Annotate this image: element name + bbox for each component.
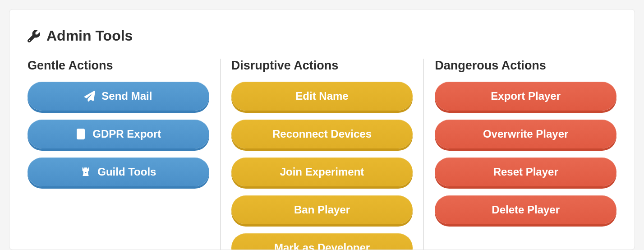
mark-as-developer-label: Mark as Developer — [274, 241, 370, 250]
wrench-icon — [28, 30, 40, 42]
overwrite-player-label: Overwrite Player — [483, 128, 568, 140]
dangerous-actions-column: Dangerous Actions Export Player Overwrit… — [424, 59, 616, 250]
delete-player-button[interactable]: Delete Player — [435, 195, 616, 224]
edit-name-button[interactable]: Edit Name — [231, 82, 413, 111]
mark-as-developer-button[interactable]: Mark as Developer — [231, 233, 413, 250]
gentle-actions-title: Gentle Actions — [28, 59, 209, 73]
disruptive-actions-column: Disruptive Actions Edit Name Reconnect D… — [221, 59, 424, 250]
delete-player-label: Delete Player — [492, 204, 560, 216]
reconnect-devices-button[interactable]: Reconnect Devices — [231, 120, 413, 148]
file-download-icon — [75, 129, 86, 139]
disruptive-actions-title: Disruptive Actions — [231, 59, 413, 73]
page-title: Admin Tools — [46, 28, 133, 44]
reset-player-label: Reset Player — [493, 166, 558, 178]
join-experiment-label: Join Experiment — [280, 166, 364, 178]
send-mail-button[interactable]: Send Mail — [28, 82, 209, 111]
title-row: Admin Tools — [28, 28, 616, 44]
export-player-button[interactable]: Export Player — [435, 82, 616, 111]
ban-player-label: Ban Player — [294, 204, 350, 216]
reconnect-devices-label: Reconnect Devices — [272, 128, 372, 140]
reset-player-button[interactable]: Reset Player — [435, 157, 616, 186]
admin-tools-card: Admin Tools Gentle Actions Send Mail GDP… — [9, 9, 635, 250]
overwrite-player-button[interactable]: Overwrite Player — [435, 120, 616, 148]
guild-tools-button[interactable]: Guild Tools — [28, 157, 209, 186]
gdpr-export-button[interactable]: GDPR Export — [28, 120, 209, 148]
chess-rook-icon — [80, 167, 91, 177]
dangerous-actions-title: Dangerous Actions — [435, 59, 616, 73]
export-player-label: Export Player — [491, 90, 561, 102]
gentle-actions-column: Gentle Actions Send Mail GDPR Export — [28, 59, 221, 250]
join-experiment-button[interactable]: Join Experiment — [231, 157, 413, 186]
edit-name-label: Edit Name — [295, 90, 348, 102]
paper-plane-icon — [84, 91, 95, 102]
gdpr-export-label: GDPR Export — [92, 128, 161, 140]
ban-player-button[interactable]: Ban Player — [231, 195, 413, 224]
send-mail-label: Send Mail — [101, 90, 152, 102]
guild-tools-label: Guild Tools — [97, 166, 156, 178]
columns-container: Gentle Actions Send Mail GDPR Export — [28, 59, 616, 250]
